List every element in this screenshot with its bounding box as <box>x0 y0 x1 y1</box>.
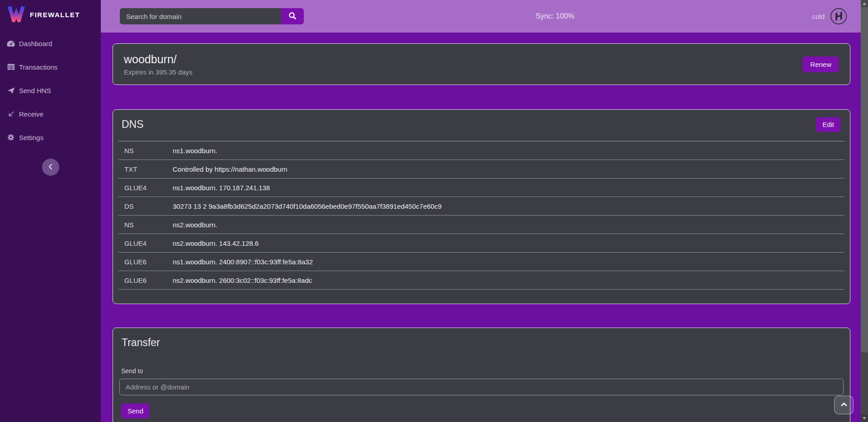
dashboard-gauge-icon <box>7 39 15 47</box>
dns-record-row: DS30273 13 2 9a3a8fb3d625d2a2073d740f10d… <box>118 197 844 216</box>
dns-record-type: GLUE6 <box>124 277 173 284</box>
sidebar: FIREWALLET Dashboard <box>0 0 101 422</box>
gear-icon <box>7 133 15 141</box>
arrow-down-left-icon <box>7 110 15 118</box>
dns-record-row: TXTControlled by https://nathan.woodburn <box>118 160 844 178</box>
dns-record-row: GLUE4ns1.woodburn. 170.187.241.138 <box>118 178 844 197</box>
dns-record-type: NS <box>124 221 173 229</box>
dns-record-type: DS <box>124 202 173 210</box>
dns-record-value: ns2.woodburn. 2600:3c02::f03c:93ff:fe5a:… <box>173 277 312 284</box>
handshake-logo-icon[interactable]: H <box>830 8 847 25</box>
transfer-address-input[interactable] <box>119 379 844 395</box>
transfer-title: Transfer <box>122 335 844 349</box>
sidebar-item-label: Dashboard <box>19 40 52 47</box>
dns-record-value: ns1.woodburn. <box>173 147 217 155</box>
wallet-name-label: cold <box>812 13 825 20</box>
sidebar-collapse-button[interactable] <box>42 159 59 176</box>
sidebar-item-label: Settings <box>19 134 43 141</box>
domain-expiry: Expires in 395.35 days <box>124 68 193 76</box>
wallet-area: cold H <box>812 0 847 33</box>
scrollbar-down-arrow-icon[interactable] <box>861 415 868 422</box>
brand-name: FIREWALLET <box>30 11 80 19</box>
chevron-up-icon <box>840 402 848 408</box>
domain-name: woodburn/ <box>124 53 193 66</box>
dns-records: NSns1.woodburn.TXTControlled by https://… <box>118 141 844 290</box>
dns-record-value: Controlled by https://nathan.woodburn <box>173 165 288 173</box>
domain-card-text: woodburn/ Expires in 395.35 days <box>124 53 193 76</box>
paper-plane-icon <box>7 86 15 94</box>
sidebar-item-transactions[interactable]: Transactions <box>0 55 101 79</box>
sidebar-item-label: Transactions <box>19 63 57 71</box>
dns-record-value: ns1.woodburn. 2400:8907::f03c:93ff:fe5a:… <box>173 258 313 266</box>
dns-record-value: 30273 13 2 9a3a8fb3d625d2a2073d740f10da6… <box>173 202 442 210</box>
main-content: woodburn/ Expires in 395.35 days Renew D… <box>101 33 861 422</box>
dns-record-row: GLUE6ns2.woodburn. 2600:3c02::f03c:93ff:… <box>118 271 844 290</box>
sidebar-item-dashboard[interactable]: Dashboard <box>0 32 101 55</box>
sync-status: Sync: 100% <box>536 0 574 33</box>
sidebar-nav: Dashboard Transactions <box>0 32 101 149</box>
dns-record-row: GLUE4ns2.woodburn. 143.42.128.6 <box>118 234 844 253</box>
topbar: Sync: 100% cold H <box>101 0 861 33</box>
sidebar-item-send-hns[interactable]: Send HNS <box>0 79 101 102</box>
dns-record-type: TXT <box>124 165 173 173</box>
vertical-scrollbar[interactable] <box>861 0 868 422</box>
magnifier-icon <box>288 12 297 21</box>
dns-record-type: NS <box>124 147 173 155</box>
dns-record-value: ns1.woodburn. 170.187.241.138 <box>173 184 270 192</box>
chevron-left-icon <box>47 163 54 172</box>
sidebar-item-receive[interactable]: Receive <box>0 102 101 126</box>
sidebar-item-label: Receive <box>19 110 43 118</box>
dns-record-row: NSns1.woodburn. <box>118 141 844 160</box>
table-icon <box>7 63 15 71</box>
transfer-card: Transfer Send to Send <box>113 328 850 422</box>
send-to-label: Send to <box>121 367 844 375</box>
send-transfer-button[interactable]: Send <box>121 403 150 418</box>
sidebar-item-label: Send HNS <box>19 87 51 94</box>
scrollbar-up-arrow-icon[interactable] <box>861 0 868 7</box>
dns-record-type: GLUE6 <box>124 258 173 266</box>
renew-button[interactable]: Renew <box>802 56 839 72</box>
dns-card-header: DNS Edit <box>113 110 850 141</box>
search-button[interactable] <box>281 8 304 24</box>
dns-record-type: GLUE4 <box>124 184 173 192</box>
scrollbar-thumb[interactable] <box>861 7 868 352</box>
svg-text:H: H <box>834 9 844 23</box>
dns-record-row: NSns2.woodburn. <box>118 216 844 234</box>
search-input[interactable] <box>120 8 281 24</box>
edit-dns-button[interactable]: Edit <box>816 117 840 132</box>
dns-card: DNS Edit NSns1.woodburn.TXTControlled by… <box>113 109 850 304</box>
app-window: FIREWALLET Dashboard <box>0 0 868 422</box>
dns-record-value: ns2.woodburn. 143.42.128.6 <box>173 239 259 247</box>
domain-card: woodburn/ Expires in 395.35 days Renew <box>113 43 850 85</box>
scroll-to-top-button[interactable] <box>834 396 854 414</box>
dns-title: DNS <box>122 117 144 131</box>
search-group <box>120 8 304 24</box>
dns-record-row: GLUE6ns1.woodburn. 2400:8907::f03c:93ff:… <box>118 253 844 271</box>
dns-record-value: ns2.woodburn. <box>173 221 217 229</box>
dns-record-type: GLUE4 <box>124 239 173 247</box>
sidebar-item-settings[interactable]: Settings <box>0 126 101 149</box>
firewallet-logo-icon <box>7 5 25 24</box>
brand: FIREWALLET <box>0 0 101 28</box>
